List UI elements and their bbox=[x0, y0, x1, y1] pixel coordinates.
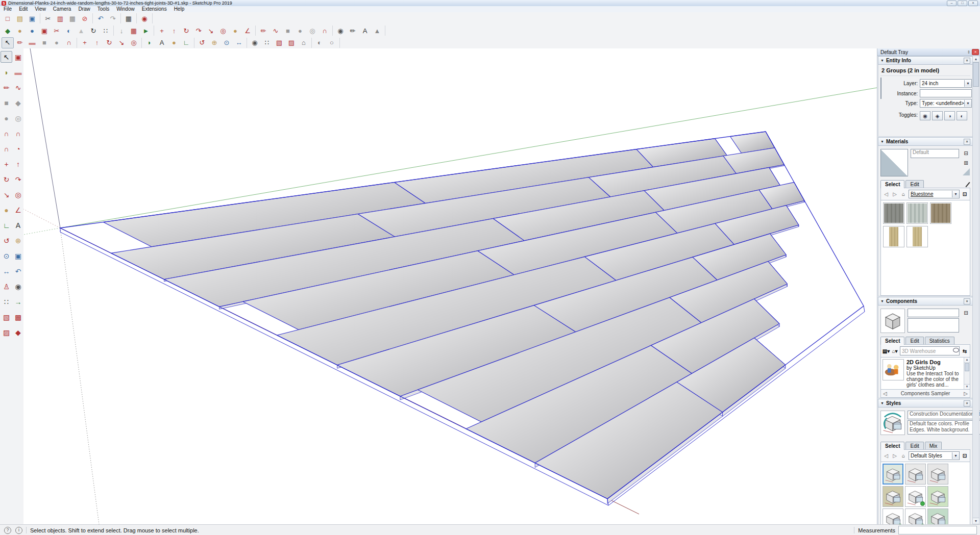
previous-view-tool-button[interactable]: ↶ bbox=[12, 265, 24, 277]
search-icon[interactable] bbox=[952, 348, 959, 354]
display-secondary-pane-icon[interactable]: ⊟ bbox=[962, 149, 970, 157]
home-icon[interactable]: ⌂ bbox=[900, 452, 907, 460]
text-tool-button[interactable]: A bbox=[156, 37, 168, 48]
orbit-button[interactable]: ↺ bbox=[196, 37, 208, 48]
minimize-button[interactable]: – bbox=[947, 1, 957, 6]
material-bluestone-pale[interactable] bbox=[906, 202, 928, 224]
three-point-arc-tool-button[interactable]: ∩ bbox=[1, 143, 12, 155]
3d-text-tool-button[interactable]: A bbox=[12, 219, 24, 231]
view-options-icon[interactable]: ▤▾ bbox=[883, 347, 890, 354]
cone-tool-button[interactable]: ▲ bbox=[75, 25, 87, 36]
walk-tool-button[interactable]: ∷ bbox=[1, 296, 12, 308]
arc-tool-button[interactable]: ∩ bbox=[1, 128, 12, 139]
save-file-button[interactable]: ▣ bbox=[26, 13, 38, 24]
menu-tools[interactable]: Tools bbox=[94, 6, 113, 12]
redo-button[interactable]: ↷ bbox=[107, 13, 119, 24]
orbit-tool-button[interactable]: ↺ bbox=[1, 235, 12, 246]
sandbox-from-contours-button[interactable]: ● bbox=[14, 25, 26, 36]
section-fill-tool-button[interactable]: ▨ bbox=[1, 326, 12, 338]
tray-close-button[interactable]: × bbox=[972, 49, 979, 55]
next-view-tool-button[interactable]: → bbox=[12, 296, 24, 308]
arc-button[interactable]: ∩ bbox=[318, 25, 331, 36]
footprints-tool-button[interactable]: ∷ bbox=[100, 25, 112, 36]
tab-edit[interactable]: Edit bbox=[905, 442, 923, 449]
erase-button[interactable]: ⊘ bbox=[79, 13, 91, 24]
move-tool-button[interactable]: + bbox=[1, 158, 12, 170]
zoom-extents-button[interactable]: ↔ bbox=[233, 37, 245, 48]
tab-select[interactable]: Select bbox=[880, 180, 904, 188]
print-button[interactable]: ▦ bbox=[122, 13, 135, 24]
rotated-rectangle-tool-button[interactable]: ◆ bbox=[12, 97, 24, 109]
toggle-receive-shadows-button[interactable]: ◑ bbox=[944, 111, 955, 120]
swirl-tool-button[interactable]: ↻ bbox=[87, 25, 100, 36]
display-secondary-pane-icon[interactable]: ⊟ bbox=[962, 309, 970, 317]
style-thumbnail-8[interactable] bbox=[905, 508, 926, 524]
materials-collection-dropdown[interactable]: Bluestone ▼ bbox=[909, 190, 960, 198]
pencil-annotate-button[interactable]: ✏ bbox=[347, 25, 359, 36]
restore-button[interactable]: □ bbox=[958, 1, 967, 6]
layer-dropdown[interactable]: 24 inch ▼ bbox=[920, 79, 972, 88]
create-material-icon[interactable]: ⊞ bbox=[962, 159, 970, 167]
chevron-down-icon[interactable]: ▼ bbox=[952, 191, 959, 197]
viewport-canvas[interactable] bbox=[23, 48, 877, 524]
tab-mix[interactable]: Mix bbox=[925, 442, 942, 449]
orbit-sphere-button[interactable]: ◐ bbox=[63, 25, 75, 36]
style-thumbnail-6[interactable] bbox=[927, 486, 948, 507]
scale-alt-button[interactable]: ↘ bbox=[115, 37, 128, 48]
protractor-button[interactable]: ∠ bbox=[241, 25, 254, 36]
move-button[interactable]: + bbox=[156, 25, 168, 36]
line-button[interactable]: ✏ bbox=[257, 25, 270, 36]
components-close-button[interactable]: × bbox=[964, 298, 970, 304]
circle-alt-button[interactable]: ● bbox=[51, 37, 63, 48]
menu-camera[interactable]: Camera bbox=[50, 6, 75, 12]
components-list-scrollbar[interactable]: ▲▼ bbox=[964, 358, 970, 389]
follow-me-tool-button[interactable]: ↷ bbox=[12, 173, 24, 185]
toggle-cast-shadows-button[interactable]: ◐ bbox=[957, 111, 967, 120]
select-button[interactable]: ↖ bbox=[2, 37, 14, 48]
rectangle-tool-button[interactable]: ■ bbox=[1, 97, 12, 109]
push-pull-tool-button[interactable]: ↑ bbox=[12, 158, 24, 170]
rotate-alt-button[interactable]: ↻ bbox=[103, 37, 115, 48]
two-point-arc-tool-button[interactable]: ∩ bbox=[12, 128, 24, 139]
paste-button[interactable]: ▦ bbox=[66, 13, 79, 24]
make-component-button[interactable]: ◆ bbox=[2, 25, 14, 36]
next-page-icon[interactable]: ▷ bbox=[964, 391, 968, 396]
material-plank-tan-1[interactable] bbox=[883, 226, 904, 247]
new-file-button[interactable]: □ bbox=[2, 13, 14, 24]
scale-button[interactable]: ↘ bbox=[205, 25, 217, 36]
in-model-icon[interactable]: ⊡ bbox=[961, 191, 968, 198]
follow-me-button[interactable]: ↷ bbox=[192, 25, 205, 36]
entity-info-header[interactable]: ▼ Entity Info × bbox=[878, 56, 973, 65]
offset-button[interactable]: ◎ bbox=[217, 25, 229, 36]
rectangle-button[interactable]: ■ bbox=[282, 25, 294, 36]
3d-text-button[interactable]: A bbox=[359, 25, 371, 36]
rotate-tool-button[interactable]: ↻ bbox=[1, 173, 12, 185]
circle-button[interactable]: ● bbox=[294, 25, 306, 36]
shadows-toggle-button[interactable]: ◐ bbox=[313, 37, 326, 48]
layout-export-button[interactable]: ▦ bbox=[128, 25, 140, 36]
push-pull-button[interactable]: ↑ bbox=[168, 25, 180, 36]
zoom-extents-tool-button[interactable]: ↔ bbox=[1, 265, 12, 277]
polygon-button[interactable]: ◎ bbox=[306, 25, 318, 36]
look-around-tool-button[interactable]: ◉ bbox=[12, 281, 24, 292]
tab-statistics[interactable]: Statistics bbox=[925, 337, 954, 344]
components-header[interactable]: ▼ Components × bbox=[878, 297, 973, 305]
line-alt-button[interactable]: ✏ bbox=[14, 37, 26, 48]
intersect-button[interactable]: ✂ bbox=[51, 25, 63, 36]
model-info-button[interactable]: ◉ bbox=[138, 13, 151, 24]
pan-tool-button[interactable]: ⊕ bbox=[12, 235, 24, 246]
scroll-up-icon[interactable]: ▲ bbox=[973, 56, 979, 62]
line-tool-button[interactable]: ✏ bbox=[1, 82, 12, 93]
home-icon[interactable]: ⌂▾ bbox=[891, 347, 898, 354]
scroll-down-icon[interactable]: ▼ bbox=[964, 384, 970, 389]
paint-bucket-button[interactable]: ◗ bbox=[143, 37, 156, 48]
back-arrow-icon[interactable]: ◁ bbox=[883, 191, 890, 198]
type-dropdown[interactable]: Type: <undefined> ▼ bbox=[920, 99, 972, 108]
arc-alt-button[interactable]: ∩ bbox=[63, 37, 75, 48]
component-list-item[interactable]: 3D Printer Build Volumeby SketchUp S... bbox=[881, 389, 970, 390]
walk-button[interactable]: ∷ bbox=[261, 37, 273, 48]
styles-close-button[interactable]: × bbox=[964, 400, 970, 406]
prev-page-icon[interactable]: ◁ bbox=[883, 391, 887, 396]
rectangle-alt-button[interactable]: ■ bbox=[38, 37, 51, 48]
section-cut-tool-button[interactable]: ◆ bbox=[12, 326, 24, 338]
